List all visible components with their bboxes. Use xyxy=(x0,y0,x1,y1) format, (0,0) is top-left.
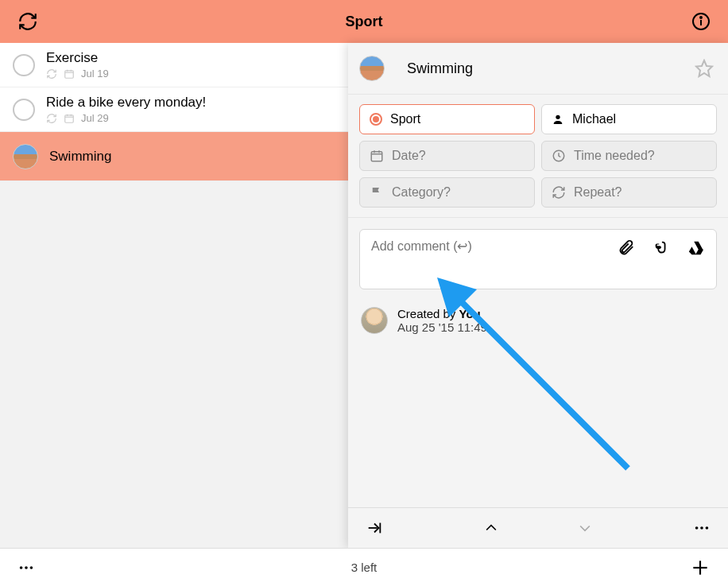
repeat-chip[interactable]: Repeat? xyxy=(541,177,717,208)
task-checkbox[interactable] xyxy=(13,54,35,76)
task-meta: Jul 29 xyxy=(46,112,206,124)
more-button[interactable] xyxy=(14,556,38,580)
created-at-line: Aug 25 '15 11:49 xyxy=(397,320,487,334)
category-chip-label: Category? xyxy=(392,185,451,200)
person-icon xyxy=(552,113,564,126)
svg-rect-7 xyxy=(65,114,74,122)
svg-point-18 xyxy=(695,526,699,530)
sync-button[interactable] xyxy=(14,8,41,35)
next-task-button[interactable] xyxy=(574,517,596,539)
detail-title: Swimming xyxy=(407,60,680,77)
date-chip[interactable]: Date? xyxy=(359,141,535,171)
detail-avatar xyxy=(359,56,385,81)
svg-point-25 xyxy=(30,566,33,569)
svg-point-19 xyxy=(700,526,703,530)
bottom-bar: 3 left xyxy=(0,548,728,586)
move-to-end-button[interactable] xyxy=(362,516,386,540)
main-content: Exercise Jul 19 Ride a bike every monday… xyxy=(0,43,728,548)
tasks-left-count: 3 left xyxy=(351,561,378,574)
detail-footer xyxy=(348,507,728,548)
svg-point-24 xyxy=(25,566,28,569)
repeat-icon xyxy=(46,68,57,80)
list-chip-label: Sport xyxy=(390,112,420,126)
assignee-chip[interactable]: Michael xyxy=(541,104,717,134)
task-detail-panel: Swimming Sport Michael Date? xyxy=(348,43,728,548)
evernote-icon[interactable] xyxy=(652,239,670,260)
date-chip-label: Date? xyxy=(392,149,426,163)
star-button[interactable] xyxy=(691,56,717,81)
task-date: Jul 29 xyxy=(81,112,109,124)
svg-point-12 xyxy=(556,115,560,119)
repeat-chip-label: Repeat? xyxy=(574,185,622,200)
comment-input[interactable] xyxy=(371,239,571,254)
time-chip[interactable]: Time needed? xyxy=(541,141,717,171)
flag-icon xyxy=(370,185,384,200)
google-drive-icon[interactable] xyxy=(687,239,705,260)
svg-rect-13 xyxy=(371,152,382,161)
svg-point-23 xyxy=(20,566,23,569)
clock-icon xyxy=(552,149,566,163)
comment-box[interactable] xyxy=(359,229,717,289)
add-task-button[interactable] xyxy=(687,554,714,581)
calendar-icon xyxy=(64,113,75,124)
svg-point-2 xyxy=(700,17,702,18)
assignee-chip-label: Michael xyxy=(572,112,616,126)
task-title: Ride a bike every monday! xyxy=(46,95,206,111)
detail-properties: Sport Michael Date? Time needed? Categor… xyxy=(348,95,728,218)
info-button[interactable] xyxy=(688,9,714,34)
repeat-icon xyxy=(46,113,57,124)
app-header: Sport xyxy=(0,0,728,43)
prev-task-button[interactable] xyxy=(480,517,502,539)
calendar-icon xyxy=(64,68,75,80)
creator-avatar xyxy=(361,307,388,334)
attachment-icon[interactable] xyxy=(618,239,635,260)
task-title: Exercise xyxy=(46,50,109,66)
svg-point-20 xyxy=(706,526,709,530)
task-title: Swimming xyxy=(49,149,111,165)
calendar-icon xyxy=(370,149,384,163)
page-title: Sport xyxy=(346,14,383,30)
created-info: Created by You Aug 25 '15 11:49 xyxy=(348,301,728,340)
created-by-line: Created by You xyxy=(397,307,487,320)
svg-marker-11 xyxy=(696,60,712,76)
list-chip[interactable]: Sport xyxy=(359,104,535,134)
task-date: Jul 19 xyxy=(81,68,109,80)
detail-more-button[interactable] xyxy=(690,516,714,540)
repeat-icon xyxy=(552,185,566,200)
task-meta: Jul 19 xyxy=(46,68,109,80)
time-chip-label: Time needed? xyxy=(574,149,655,163)
svg-rect-3 xyxy=(65,70,74,77)
assignee-avatar xyxy=(13,144,38,169)
task-checkbox[interactable] xyxy=(13,99,35,121)
category-chip[interactable]: Category? xyxy=(359,177,535,208)
list-color-icon xyxy=(370,113,382,126)
